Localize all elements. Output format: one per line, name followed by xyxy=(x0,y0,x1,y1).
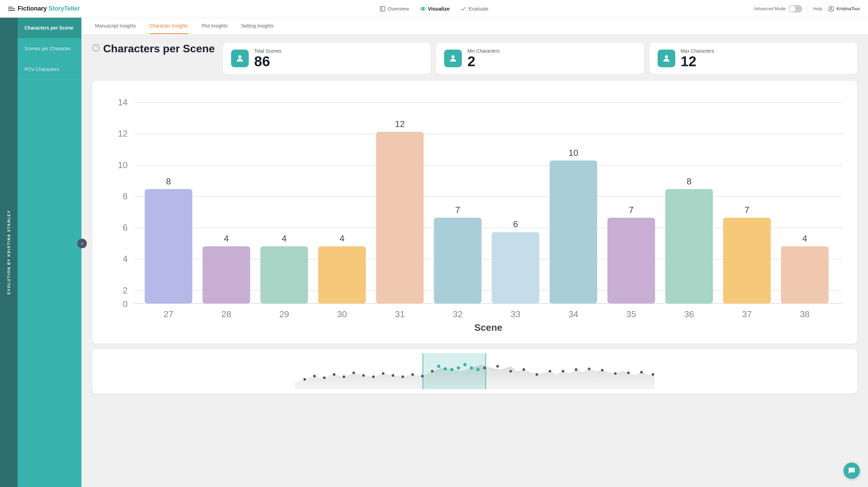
tab-plot-insights[interactable]: Plot Insights xyxy=(202,18,227,34)
svg-text:28: 28 xyxy=(222,309,231,319)
svg-text:2: 2 xyxy=(123,285,128,295)
svg-text:Scene: Scene xyxy=(474,322,503,333)
bar-36[interactable] xyxy=(665,189,713,304)
user-icon-min xyxy=(448,54,458,63)
svg-text:4: 4 xyxy=(282,233,286,244)
sidebar-item-label-0: Characters per Scene xyxy=(24,25,73,31)
bar-32[interactable] xyxy=(434,218,482,304)
svg-point-78 xyxy=(535,373,538,376)
mini-navigator[interactable] xyxy=(92,349,857,393)
svg-point-6 xyxy=(238,55,241,58)
stat-card-total-scenes: Total Scenes 86 xyxy=(223,43,431,74)
svg-text:10: 10 xyxy=(568,148,578,158)
svg-text:33: 33 xyxy=(511,309,521,319)
stat-value-max: 12 xyxy=(681,54,714,69)
info-icon[interactable]: ? xyxy=(92,44,100,52)
bar-chart-svg: 14 12 10 8 6 4 2 0 xyxy=(100,89,849,334)
stat-label-total: Total Scenes xyxy=(254,48,281,54)
main-content: Manuscript Insights Character Insights P… xyxy=(81,18,868,487)
svg-point-61 xyxy=(382,372,384,375)
mini-nav-svg xyxy=(100,353,849,389)
svg-point-86 xyxy=(640,371,643,374)
svg-point-84 xyxy=(614,372,617,375)
svg-point-81 xyxy=(575,368,578,371)
nav-overview[interactable]: Overview xyxy=(380,6,409,12)
svg-point-71 xyxy=(463,363,467,366)
side-nav: Characters per Scene Scenes per Characte… xyxy=(18,18,81,487)
svg-text:12: 12 xyxy=(395,119,405,129)
svg-point-69 xyxy=(450,368,454,371)
bar-37[interactable] xyxy=(723,218,771,304)
tab-label-1: Character Insights xyxy=(150,23,188,29)
bar-35[interactable] xyxy=(607,218,655,304)
svg-point-8 xyxy=(665,55,668,58)
sidebar-item-pov-characters[interactable]: POV Characters xyxy=(18,59,81,80)
help-button[interactable]: Help xyxy=(813,6,823,11)
sidebar-item-characters-per-scene[interactable]: Characters per Scene xyxy=(18,18,81,38)
logo[interactable]: Fictionary StoryTeller xyxy=(8,5,80,12)
bar-28[interactable] xyxy=(203,246,250,303)
layout: EVOLUTION BY KRISTINA STANLEY Characters… xyxy=(0,18,868,487)
vertical-sidebar-text: EVOLUTION BY KRISTINA STANLEY xyxy=(7,210,11,294)
svg-rect-0 xyxy=(380,6,385,11)
bar-38[interactable] xyxy=(781,246,828,303)
toggle-switch[interactable] xyxy=(789,5,802,13)
sidebar-item-scenes-per-character[interactable]: Scenes per Character xyxy=(18,38,81,59)
vertical-sidebar: EVOLUTION BY KRISTINA STANLEY xyxy=(0,18,18,487)
svg-point-83 xyxy=(601,369,604,372)
svg-text:7: 7 xyxy=(455,205,460,215)
svg-point-68 xyxy=(444,367,447,371)
bar-27[interactable] xyxy=(145,189,192,304)
chat-button[interactable] xyxy=(844,463,860,479)
svg-point-79 xyxy=(549,370,551,373)
check-icon xyxy=(460,6,467,12)
svg-text:8: 8 xyxy=(166,176,171,186)
stat-info-total: Total Scenes 86 xyxy=(254,48,281,69)
user-menu[interactable]: KristinaTour xyxy=(828,5,860,12)
stat-card-min-characters: Min Characters 2 xyxy=(436,43,644,74)
svg-point-75 xyxy=(496,365,499,368)
user-circle-icon xyxy=(828,5,834,12)
stat-label-min: Min Characters xyxy=(467,48,499,54)
svg-text:38: 38 xyxy=(800,309,810,319)
chevron-left-icon: « xyxy=(81,241,83,246)
bar-29[interactable] xyxy=(260,246,308,303)
sidebar-item-label-1: Scenes per Character xyxy=(24,46,71,51)
svg-point-58 xyxy=(353,372,355,374)
nav-evaluate[interactable]: Evaluate xyxy=(460,6,488,12)
svg-point-3 xyxy=(422,8,424,10)
book-icon xyxy=(380,6,386,12)
svg-text:34: 34 xyxy=(568,309,578,319)
svg-rect-51 xyxy=(422,353,423,389)
user-icon-max xyxy=(662,54,671,63)
svg-text:36: 36 xyxy=(684,309,694,319)
bar-34[interactable] xyxy=(550,161,597,304)
tab-manuscript-insights[interactable]: Manuscript Insights xyxy=(95,18,136,34)
divider xyxy=(808,5,808,12)
page-title: Characters per Scene xyxy=(103,43,215,55)
svg-text:4: 4 xyxy=(340,233,345,244)
svg-point-59 xyxy=(362,374,365,377)
collapse-button[interactable]: « xyxy=(77,239,87,248)
title-block: ? Characters per Scene xyxy=(92,43,215,55)
bar-33[interactable] xyxy=(492,232,539,304)
svg-text:6: 6 xyxy=(513,219,518,229)
svg-text:37: 37 xyxy=(742,309,752,319)
svg-text:14: 14 xyxy=(118,97,128,107)
svg-point-65 xyxy=(421,375,424,378)
tab-character-insights[interactable]: Character Insights xyxy=(150,18,188,34)
tab-setting-insights[interactable]: Setting Insights xyxy=(241,18,273,34)
svg-text:27: 27 xyxy=(164,309,173,319)
bar-30[interactable] xyxy=(318,246,366,303)
svg-rect-52 xyxy=(485,353,486,389)
svg-point-63 xyxy=(401,375,404,378)
advanced-mode-toggle[interactable]: Advanced Mode xyxy=(754,5,802,13)
svg-text:7: 7 xyxy=(629,205,634,215)
stat-label-max: Max Characters xyxy=(681,48,714,54)
svg-point-7 xyxy=(452,55,455,58)
svg-point-53 xyxy=(303,378,306,381)
stat-icon-max xyxy=(658,50,675,67)
stat-info-max: Max Characters 12 xyxy=(681,48,714,69)
nav-visualize[interactable]: Visualize xyxy=(420,6,450,12)
bar-31[interactable] xyxy=(376,132,423,303)
